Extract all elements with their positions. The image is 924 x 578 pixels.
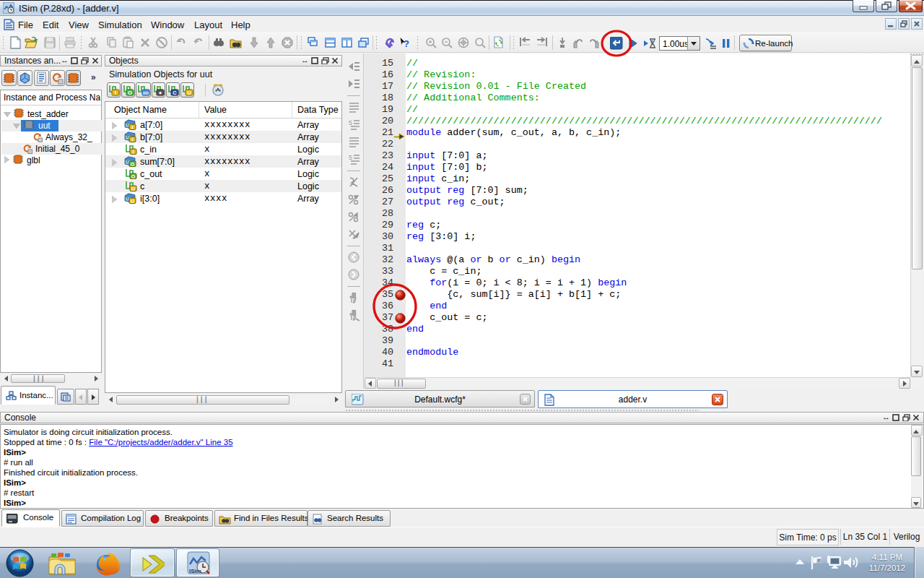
svg-text:I: I	[132, 137, 134, 142]
svg-text:C: C	[173, 90, 177, 96]
svg-text:?: ?	[404, 38, 409, 49]
svg-text:O: O	[131, 174, 136, 179]
svg-text:5: 5	[349, 154, 352, 161]
svg-text:U: U	[131, 186, 135, 191]
svg-text:U: U	[187, 90, 191, 96]
svg-text:O: O	[131, 162, 135, 167]
svg-text:U: U	[131, 199, 134, 204]
svg-text:I/O: I/O	[143, 91, 149, 95]
svg-text:O: O	[128, 90, 132, 96]
svg-text:I: I	[133, 150, 134, 155]
svg-text:I: I	[115, 90, 116, 96]
svg-text:5: 5	[349, 119, 352, 126]
svg-text:ISim: ISim	[189, 568, 201, 574]
svg-text:I: I	[132, 125, 134, 130]
svg-text:●: ●	[159, 90, 162, 96]
svg-text:z: z	[650, 38, 653, 45]
